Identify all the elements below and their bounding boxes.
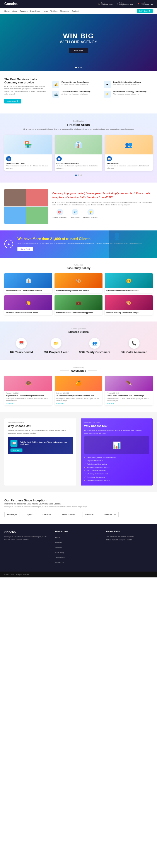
case-card-body-1: Financial Services Core Customer Interes… bbox=[4, 288, 52, 293]
nav-contact[interactable]: Contact bbox=[72, 10, 78, 12]
practice-card-body-increase: 📊 Increase Com.. All at vero eos et accu… bbox=[105, 154, 153, 171]
guides-know-more-button[interactable]: Know More bbox=[10, 448, 23, 452]
case-card-4[interactable]: 👏 Customer Satisfaction Oriented Issues bbox=[4, 295, 52, 315]
contrary-feature-label-2: Bring Income bbox=[71, 216, 80, 219]
partners-section: Our Partners Since Inception. Delivering… bbox=[0, 492, 157, 524]
why-list-item-4: Top Level Monitoring System bbox=[84, 466, 149, 469]
hero-dot-3[interactable] bbox=[80, 67, 82, 68]
contrary-paragraph: All at vero eos et accusam et justo duo … bbox=[52, 201, 153, 206]
hero-title: WIN BIG bbox=[60, 32, 97, 40]
case-card-title-5: Financial Services Core Customer Approac… bbox=[56, 312, 101, 314]
blog-excerpt-1: Lorem ipsum dolor sit amet, consectetur … bbox=[6, 398, 50, 402]
services-container: The Best Services that a Company can pro… bbox=[4, 78, 153, 107]
hero-dot-1[interactable] bbox=[75, 67, 77, 68]
contrary-img-piece-2 bbox=[26, 189, 48, 206]
hero-subtitle: WITH OUR AGENCY bbox=[60, 40, 97, 44]
blog-card-img-1: 🍩 bbox=[4, 376, 52, 391]
navbar-info: 📞 Call us +123 456 7890 ✉ Mail us info@c… bbox=[98, 2, 153, 6]
nav-case[interactable]: Case Study bbox=[30, 10, 40, 12]
hero-dot-2[interactable] bbox=[78, 67, 79, 68]
blog-date-1: February 13, 2019 bbox=[6, 392, 50, 394]
stat-customers-value: 360+ Yearly Customers bbox=[79, 350, 110, 354]
service-desc-travel: All at vero eos et accusam et justo duo bbox=[113, 84, 141, 85]
learn-more-button[interactable]: Learn More ❯ bbox=[4, 99, 21, 103]
blog-date-3: February 13, 2019 bbox=[107, 392, 151, 394]
get-quote-button[interactable]: Get A Quote ❯ bbox=[137, 9, 153, 13]
nav-items: Home About Services Case Study News Test… bbox=[4, 10, 78, 12]
practice-card-desc-growth: All at vero eos et accusam et justo duo … bbox=[56, 165, 101, 169]
footer-logo: Concho. bbox=[4, 530, 51, 534]
case-card-5[interactable]: 💼 Financial Services Core Customer Appro… bbox=[54, 295, 103, 315]
why-right-image: 📊 bbox=[84, 436, 149, 454]
contrary-feature-label-1: Targeted Destinations bbox=[52, 216, 67, 219]
case-card-6[interactable]: 🎨 Product Branding Concept and Design bbox=[105, 295, 153, 315]
nav-showcase[interactable]: Showcase bbox=[60, 10, 69, 12]
location-icon: 📍 bbox=[138, 3, 140, 5]
stats-heading-pre: We have More than bbox=[18, 237, 49, 241]
blog-card-body-3: February 13, 2019 Top 12 Plans To Maximi… bbox=[105, 391, 153, 406]
case-card-title-3: Customer Satisfaction Oriented Issues bbox=[106, 290, 151, 292]
hero-section: WIN BIG WITH OUR AGENCY Read More bbox=[0, 14, 157, 71]
case-study-title: Case Study Gallery bbox=[67, 267, 90, 270]
practice-section: Best Practice Practice Areas All at vero… bbox=[0, 114, 157, 183]
practice-dot-1[interactable] bbox=[75, 175, 77, 176]
case-card-body-6: Product Branding Concept and Design bbox=[105, 310, 153, 315]
contrary-feature-innovative: 💡 Innovative Techniques bbox=[83, 209, 98, 221]
services-section: The Best Services that a Company can pro… bbox=[0, 71, 157, 114]
why-right-desc: All at vero eos et accusam et justo duo … bbox=[84, 429, 149, 435]
blog-section: From Our Blog Recent Blog 🍩 February 13,… bbox=[0, 360, 157, 412]
stat-projects: 📁 234 Projects / Year bbox=[44, 338, 69, 354]
service-title-finance: Finance Service Consultancy bbox=[61, 81, 89, 83]
why-left-title: Why Choose Us? bbox=[8, 424, 73, 428]
case-study-divider: Case Study Gallery bbox=[4, 267, 153, 270]
blog-card-img-3: 🪶 bbox=[105, 376, 153, 391]
case-card-1[interactable]: 👔 Financial Services Core Customer Inter… bbox=[4, 273, 52, 293]
footer-link-about: About Us bbox=[55, 540, 102, 544]
stat-calls-value: 86+ Calls Answered bbox=[121, 350, 148, 354]
nav-about[interactable]: About bbox=[12, 10, 18, 12]
contrary-image bbox=[4, 189, 48, 224]
practice-card-body-growth: 📈 Increase Company Growth All at vero eo… bbox=[55, 154, 103, 171]
partner-spectrum: SPECTRUM bbox=[59, 512, 78, 517]
footer-col-links: Useful Links Home About Us Services Case… bbox=[55, 530, 102, 565]
why-list: Dedicated Systems & Cable Solutions High… bbox=[84, 456, 149, 482]
partner-savaris: Savaris bbox=[82, 512, 96, 517]
nav-services[interactable]: Services bbox=[20, 10, 28, 12]
practice-card-title-increase: Increase Com.. bbox=[107, 162, 151, 164]
contrary-img-piece-4 bbox=[26, 207, 48, 224]
service-title-environment: Environment & Energy Consultancy bbox=[113, 91, 147, 93]
play-button[interactable]: ▶ bbox=[4, 240, 13, 248]
case-card-3[interactable]: 😊 Customer Satisfaction Oriented Issues bbox=[105, 273, 153, 293]
blog-card-2: 🍊 February 13, 2019 10 Best Tools Every … bbox=[55, 376, 103, 406]
nav-home[interactable]: Home bbox=[4, 10, 9, 12]
case-card-body-5: Financial Services Core Customer Approac… bbox=[54, 310, 103, 315]
why-left-box: Know About Our Details Why Choose Us? Al… bbox=[4, 418, 76, 486]
service-text-transport: Transport Service Consultancy All at ver… bbox=[61, 91, 90, 95]
contrary-feature-income: 💎 Bring Income bbox=[71, 209, 80, 221]
nav-testifies[interactable]: Testifies bbox=[50, 10, 57, 12]
why-list-item-2: High Quality of Work bbox=[84, 459, 149, 462]
stats-heading-number: 21,000 bbox=[50, 237, 61, 241]
practice-card-growth: 👔 📈 Increase Company Growth All at vero … bbox=[55, 135, 103, 171]
partner-bluedge: Bluedge bbox=[4, 512, 19, 517]
blog-card-body-2: February 13, 2019 10 Best Tools Every Co… bbox=[55, 391, 103, 406]
calls-icon: 📞 bbox=[129, 338, 139, 349]
practice-dot-3[interactable] bbox=[80, 175, 82, 176]
why-right-title: Why Choose Us? bbox=[84, 424, 149, 428]
hero-read-more-button[interactable]: Read More bbox=[69, 48, 88, 53]
nav-news[interactable]: News bbox=[43, 10, 48, 12]
stats-get-in-touch-button[interactable]: Get In Touch bbox=[18, 247, 33, 251]
navbar-mail: ✉ Mail us info@concho.com bbox=[117, 2, 133, 6]
blog-read-more-1[interactable]: Read More bbox=[6, 403, 50, 404]
why-list-item-8: Upgrades to Existing Systems bbox=[84, 479, 149, 482]
blog-read-more-3[interactable]: Read More bbox=[107, 403, 151, 404]
success-tag: Numbers Speak Aloud bbox=[4, 328, 153, 330]
case-card-img-1: 👔 bbox=[4, 273, 52, 288]
navbar-logo: Concho. bbox=[4, 2, 18, 6]
practice-dot-2[interactable] bbox=[78, 175, 79, 176]
guides-inner: 📖 Get the best Guides from our Team to I… bbox=[10, 440, 70, 447]
case-card-2[interactable]: 🎨 Product Branding Concept and Review bbox=[54, 273, 103, 293]
contrary-features: 🎯 Targeted Destinations 💎 Bring Income 💡… bbox=[52, 209, 153, 221]
partner-arrivals: ARRIVALS bbox=[101, 512, 119, 517]
blog-read-more-2[interactable]: Read More bbox=[56, 403, 101, 404]
